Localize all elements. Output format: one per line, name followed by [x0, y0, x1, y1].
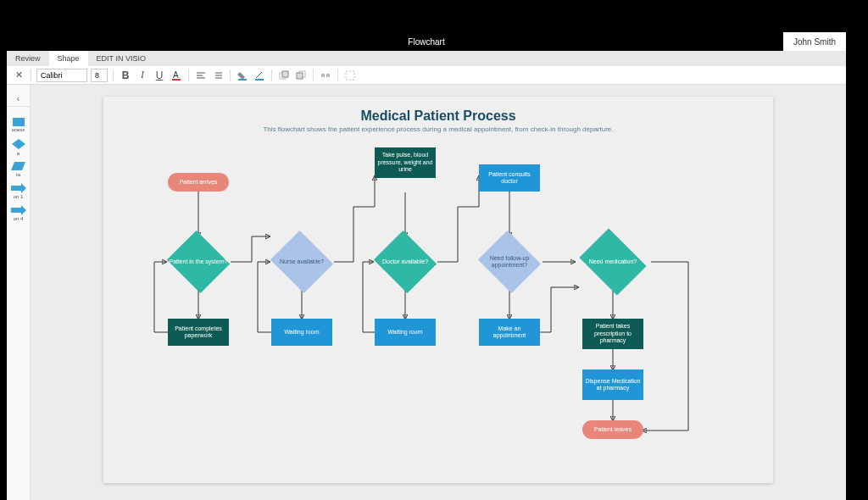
- node-waiting-room-1[interactable]: Waiting room: [271, 319, 332, 346]
- shape-label: ta: [16, 172, 20, 177]
- svg-rect-1: [172, 79, 181, 81]
- underline-button[interactable]: U: [153, 69, 166, 82]
- send-backward-button[interactable]: [294, 69, 308, 82]
- tab-edit-in-visio[interactable]: EDIT IN VISIO: [88, 51, 154, 66]
- cut-icon[interactable]: ✕: [12, 69, 25, 82]
- arrange-button[interactable]: [319, 69, 332, 82]
- user-name[interactable]: John Smith: [783, 32, 846, 51]
- shape-process[interactable]: ocess: [7, 114, 30, 136]
- line-color-button[interactable]: [253, 69, 266, 82]
- svg-marker-17: [12, 139, 25, 149]
- collapse-sidebar-icon[interactable]: ‹: [7, 92, 30, 107]
- italic-button[interactable]: I: [136, 69, 149, 82]
- shape-data[interactable]: ta: [7, 158, 30, 180]
- list-button[interactable]: [211, 69, 225, 82]
- font-size-select[interactable]: 8: [91, 69, 108, 82]
- app-window: Flowchart John Smith Review Shape EDIT I…: [7, 32, 846, 500]
- titlebar: Flowchart John Smith: [7, 32, 846, 51]
- node-consults-doctor[interactable]: Patient consults doctor: [479, 164, 540, 192]
- canvas-area[interactable]: Medical Patient Process This flowchart s…: [31, 85, 846, 500]
- svg-rect-11: [282, 71, 288, 77]
- node-take-pulse[interactable]: Take pulse, blood pressure, weight and u…: [375, 147, 436, 178]
- shape-label: on 1: [14, 194, 24, 199]
- svg-rect-13: [297, 73, 303, 79]
- shape-arrow-1[interactable]: on 1: [7, 180, 30, 202]
- align-button[interactable]: [194, 69, 208, 82]
- document-title: Flowchart: [408, 37, 444, 47]
- bring-forward-button[interactable]: [277, 69, 291, 82]
- toolbar-separator: [313, 69, 314, 81]
- node-patient-leaves[interactable]: Patient leaves: [582, 420, 643, 439]
- ribbon-tabs: Review Shape EDIT IN VISIO: [7, 51, 846, 66]
- toolbar: ✕ Calibri 8 B I U A: [7, 66, 846, 85]
- svg-rect-16: [346, 71, 354, 80]
- svg-rect-9: [255, 79, 264, 81]
- toolbar-separator: [271, 69, 272, 81]
- shape-label: on 4: [14, 216, 24, 221]
- svg-marker-18: [11, 162, 25, 170]
- node-patient-in-system[interactable]: Patient in the system?: [164, 232, 232, 292]
- node-prescription[interactable]: Patient takes prescription to pharmacy: [582, 319, 643, 349]
- flowchart-subtitle: This flowchart shows the patient experie…: [103, 125, 773, 134]
- group-button[interactable]: [343, 69, 357, 82]
- node-need-followup[interactable]: Need follow-up appointment?: [476, 232, 543, 292]
- node-nurse-available[interactable]: Nurse available?: [268, 232, 336, 292]
- node-paperwork[interactable]: Patient completes paperwork: [168, 319, 229, 346]
- shape-label: ocess: [12, 127, 25, 132]
- tab-review[interactable]: Review: [7, 51, 49, 66]
- flowchart-title: Medical Patient Process: [103, 108, 773, 124]
- laptop-frame: Flowchart John Smith Review Shape EDIT I…: [0, 0, 868, 500]
- node-need-medication[interactable]: Need medication?: [575, 232, 651, 292]
- font-select[interactable]: Calibri: [36, 69, 87, 82]
- svg-rect-8: [238, 79, 247, 81]
- svg-rect-15: [326, 74, 330, 77]
- node-doctor-available[interactable]: Doctor available?: [371, 232, 439, 292]
- toolbar-separator: [337, 69, 338, 81]
- node-waiting-room-2[interactable]: Waiting room: [375, 319, 436, 346]
- toolbar-separator: [113, 69, 114, 81]
- svg-rect-14: [321, 74, 325, 77]
- node-patient-arrives[interactable]: Patient arrives: [168, 173, 229, 192]
- svg-marker-20: [11, 205, 26, 215]
- toolbar-separator: [31, 69, 31, 81]
- svg-text:A: A: [173, 70, 179, 80]
- node-dispense[interactable]: Dispense Medication at pharmacy: [582, 369, 643, 400]
- shapes-sidebar: ‹ ocess a ta on 1 on 4: [7, 85, 31, 500]
- toolbar-separator: [230, 69, 231, 81]
- bold-button[interactable]: B: [119, 69, 132, 82]
- shape-arrow-4[interactable]: on 4: [7, 202, 30, 224]
- shape-label: a: [17, 151, 19, 156]
- svg-marker-19: [11, 183, 26, 193]
- shape-decision[interactable]: a: [7, 136, 30, 158]
- toolbar-separator: [188, 69, 189, 81]
- flowchart-page: Medical Patient Process This flowchart s…: [103, 97, 773, 483]
- tab-shape[interactable]: Shape: [49, 51, 88, 66]
- node-make-appointment[interactable]: Make an appointment: [479, 319, 540, 346]
- fill-color-button[interactable]: [236, 69, 249, 82]
- font-color-button[interactable]: A: [170, 69, 183, 82]
